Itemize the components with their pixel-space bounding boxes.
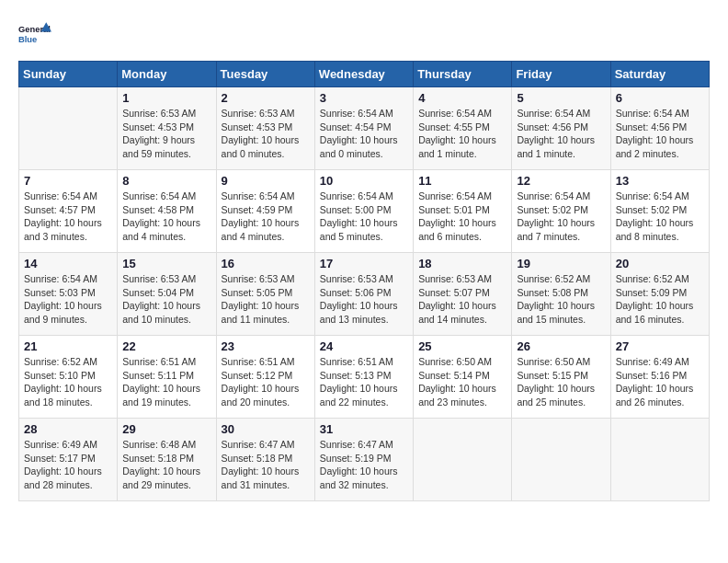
day-info: Sunrise: 6:54 AM Sunset: 4:55 PM Dayligh… xyxy=(418,107,506,161)
calendar-cell xyxy=(414,419,512,501)
calendar-week-3: 14Sunrise: 6:54 AM Sunset: 5:03 PM Dayli… xyxy=(19,253,710,336)
day-info: Sunrise: 6:54 AM Sunset: 4:54 PM Dayligh… xyxy=(320,107,408,161)
day-number: 9 xyxy=(222,174,310,188)
day-info: Sunrise: 6:53 AM Sunset: 4:53 PM Dayligh… xyxy=(122,107,210,161)
day-info: Sunrise: 6:52 AM Sunset: 5:08 PM Dayligh… xyxy=(517,272,605,327)
day-number: 6 xyxy=(616,91,704,105)
day-header-saturday: Saturday xyxy=(610,62,709,87)
calendar-cell: 6Sunrise: 6:54 AM Sunset: 4:56 PM Daylig… xyxy=(610,87,709,170)
day-info: Sunrise: 6:48 AM Sunset: 5:18 PM Dayligh… xyxy=(122,438,210,492)
calendar-cell: 24Sunrise: 6:51 AM Sunset: 5:13 PM Dayli… xyxy=(314,336,413,419)
day-info: Sunrise: 6:53 AM Sunset: 5:05 PM Dayligh… xyxy=(222,272,310,327)
day-info: Sunrise: 6:51 AM Sunset: 5:12 PM Dayligh… xyxy=(222,355,310,409)
day-number: 3 xyxy=(320,91,408,105)
calendar-cell: 2Sunrise: 6:53 AM Sunset: 4:53 PM Daylig… xyxy=(216,87,314,170)
calendar-cell: 27Sunrise: 6:49 AM Sunset: 5:16 PM Dayli… xyxy=(610,336,709,419)
calendar-table: SundayMondayTuesdayWednesdayThursdayFrid… xyxy=(18,61,710,501)
day-info: Sunrise: 6:54 AM Sunset: 4:56 PM Dayligh… xyxy=(616,107,704,161)
day-info: Sunrise: 6:54 AM Sunset: 5:02 PM Dayligh… xyxy=(517,190,605,244)
day-number: 24 xyxy=(320,339,408,353)
day-info: Sunrise: 6:53 AM Sunset: 5:06 PM Dayligh… xyxy=(320,272,408,327)
day-info: Sunrise: 6:47 AM Sunset: 5:19 PM Dayligh… xyxy=(320,438,408,492)
calendar-cell: 18Sunrise: 6:53 AM Sunset: 5:07 PM Dayli… xyxy=(414,253,512,336)
calendar-cell: 19Sunrise: 6:52 AM Sunset: 5:08 PM Dayli… xyxy=(512,253,610,336)
calendar-cell: 5Sunrise: 6:54 AM Sunset: 4:56 PM Daylig… xyxy=(512,87,610,170)
day-number: 25 xyxy=(418,339,506,353)
day-number: 4 xyxy=(418,91,506,105)
day-info: Sunrise: 6:54 AM Sunset: 5:00 PM Dayligh… xyxy=(320,190,408,244)
calendar-week-4: 21Sunrise: 6:52 AM Sunset: 5:10 PM Dayli… xyxy=(19,336,710,419)
day-info: Sunrise: 6:54 AM Sunset: 4:57 PM Dayligh… xyxy=(24,190,112,244)
calendar-cell: 26Sunrise: 6:50 AM Sunset: 5:15 PM Dayli… xyxy=(512,336,610,419)
day-header-wednesday: Wednesday xyxy=(314,62,413,87)
day-info: Sunrise: 6:52 AM Sunset: 5:09 PM Dayligh… xyxy=(616,272,704,327)
logo: General Blue xyxy=(18,18,57,52)
calendar-cell xyxy=(512,419,610,501)
calendar-cell: 14Sunrise: 6:54 AM Sunset: 5:03 PM Dayli… xyxy=(19,253,118,336)
day-number: 15 xyxy=(122,257,210,270)
day-number: 8 xyxy=(122,174,210,188)
calendar-cell: 7Sunrise: 6:54 AM Sunset: 4:57 PM Daylig… xyxy=(19,170,118,253)
day-number: 26 xyxy=(517,339,605,353)
calendar-cell: 21Sunrise: 6:52 AM Sunset: 5:10 PM Dayli… xyxy=(19,336,118,419)
calendar-cell: 22Sunrise: 6:51 AM Sunset: 5:11 PM Dayli… xyxy=(118,336,216,419)
calendar-cell: 3Sunrise: 6:54 AM Sunset: 4:54 PM Daylig… xyxy=(314,87,413,170)
day-info: Sunrise: 6:53 AM Sunset: 4:53 PM Dayligh… xyxy=(222,107,310,161)
calendar-cell: 20Sunrise: 6:52 AM Sunset: 5:09 PM Dayli… xyxy=(610,253,709,336)
day-number: 2 xyxy=(222,91,310,105)
day-info: Sunrise: 6:51 AM Sunset: 5:13 PM Dayligh… xyxy=(320,355,408,409)
day-number: 7 xyxy=(24,174,112,188)
calendar-cell: 10Sunrise: 6:54 AM Sunset: 5:00 PM Dayli… xyxy=(314,170,413,253)
calendar-week-1: 1Sunrise: 6:53 AM Sunset: 4:53 PM Daylig… xyxy=(19,87,710,170)
day-info: Sunrise: 6:50 AM Sunset: 5:15 PM Dayligh… xyxy=(517,355,605,409)
day-info: Sunrise: 6:52 AM Sunset: 5:10 PM Dayligh… xyxy=(24,355,112,409)
day-number: 18 xyxy=(418,257,506,270)
day-number: 20 xyxy=(616,257,704,270)
calendar-cell: 15Sunrise: 6:53 AM Sunset: 5:04 PM Dayli… xyxy=(118,253,216,336)
day-number: 19 xyxy=(517,257,605,270)
calendar-cell: 31Sunrise: 6:47 AM Sunset: 5:19 PM Dayli… xyxy=(314,419,413,501)
day-info: Sunrise: 6:53 AM Sunset: 5:04 PM Dayligh… xyxy=(122,272,210,327)
logo-icon: General Blue xyxy=(18,18,51,52)
calendar-cell: 4Sunrise: 6:54 AM Sunset: 4:55 PM Daylig… xyxy=(414,87,512,170)
calendar-week-2: 7Sunrise: 6:54 AM Sunset: 4:57 PM Daylig… xyxy=(19,170,710,253)
day-number: 13 xyxy=(616,174,704,188)
day-number: 11 xyxy=(418,174,506,188)
day-info: Sunrise: 6:47 AM Sunset: 5:18 PM Dayligh… xyxy=(222,438,310,492)
day-header-friday: Friday xyxy=(512,62,610,87)
calendar-cell: 9Sunrise: 6:54 AM Sunset: 4:59 PM Daylig… xyxy=(216,170,314,253)
day-info: Sunrise: 6:54 AM Sunset: 5:01 PM Dayligh… xyxy=(418,190,506,244)
day-number: 16 xyxy=(222,257,310,270)
calendar-cell: 1Sunrise: 6:53 AM Sunset: 4:53 PM Daylig… xyxy=(118,87,216,170)
day-header-monday: Monday xyxy=(118,62,216,87)
day-number: 27 xyxy=(616,339,704,353)
day-number: 30 xyxy=(222,422,310,436)
day-info: Sunrise: 6:54 AM Sunset: 4:58 PM Dayligh… xyxy=(122,190,210,244)
day-number: 28 xyxy=(24,422,112,436)
day-number: 21 xyxy=(24,339,112,353)
calendar-cell: 8Sunrise: 6:54 AM Sunset: 4:58 PM Daylig… xyxy=(118,170,216,253)
day-number: 14 xyxy=(24,257,112,270)
calendar-cell: 13Sunrise: 6:54 AM Sunset: 5:02 PM Dayli… xyxy=(610,170,709,253)
calendar-cell: 29Sunrise: 6:48 AM Sunset: 5:18 PM Dayli… xyxy=(118,419,216,501)
calendar-cell xyxy=(610,419,709,501)
day-header-sunday: Sunday xyxy=(19,62,118,87)
day-number: 29 xyxy=(122,422,210,436)
day-number: 31 xyxy=(320,422,408,436)
day-info: Sunrise: 6:50 AM Sunset: 5:14 PM Dayligh… xyxy=(418,355,506,409)
calendar-cell: 25Sunrise: 6:50 AM Sunset: 5:14 PM Dayli… xyxy=(414,336,512,419)
calendar-cell: 17Sunrise: 6:53 AM Sunset: 5:06 PM Dayli… xyxy=(314,253,413,336)
day-info: Sunrise: 6:53 AM Sunset: 5:07 PM Dayligh… xyxy=(418,272,506,327)
header-row: SundayMondayTuesdayWednesdayThursdayFrid… xyxy=(19,62,710,87)
day-number: 12 xyxy=(517,174,605,188)
day-number: 10 xyxy=(320,174,408,188)
calendar-cell xyxy=(19,87,118,170)
day-info: Sunrise: 6:54 AM Sunset: 5:02 PM Dayligh… xyxy=(616,190,704,244)
calendar-cell: 12Sunrise: 6:54 AM Sunset: 5:02 PM Dayli… xyxy=(512,170,610,253)
calendar-cell: 23Sunrise: 6:51 AM Sunset: 5:12 PM Dayli… xyxy=(216,336,314,419)
calendar-cell: 16Sunrise: 6:53 AM Sunset: 5:05 PM Dayli… xyxy=(216,253,314,336)
day-header-thursday: Thursday xyxy=(414,62,512,87)
day-number: 5 xyxy=(517,91,605,105)
calendar-cell: 11Sunrise: 6:54 AM Sunset: 5:01 PM Dayli… xyxy=(414,170,512,253)
calendar-week-5: 28Sunrise: 6:49 AM Sunset: 5:17 PM Dayli… xyxy=(19,419,710,501)
